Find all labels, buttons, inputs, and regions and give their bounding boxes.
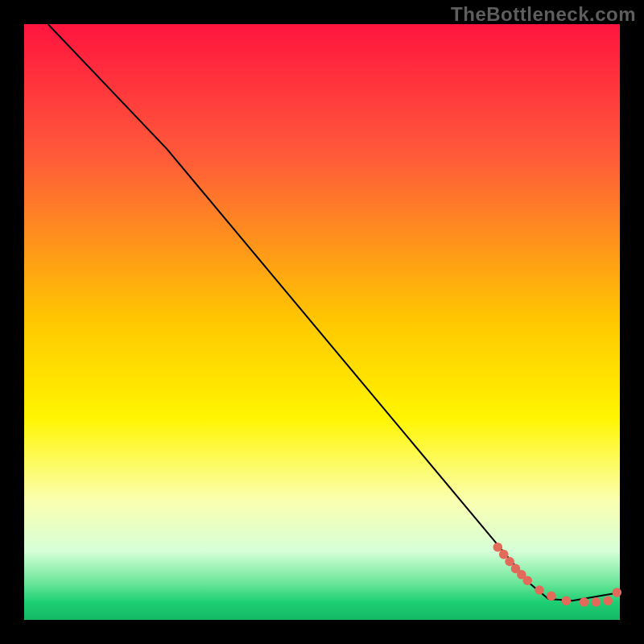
data-point (613, 588, 622, 597)
data-point (580, 597, 589, 607)
data-point (535, 585, 544, 595)
data-point (505, 557, 514, 567)
data-point (523, 576, 533, 585)
chart-stage: TheBottleneck.com (0, 0, 644, 644)
watermark-text: TheBottleneck.com (451, 3, 636, 26)
data-point (562, 597, 572, 606)
data-point (592, 597, 601, 607)
data-point (547, 592, 556, 601)
data-point (499, 550, 509, 559)
data-point (603, 597, 613, 606)
bottleneck-chart (0, 0, 644, 644)
data-point (493, 543, 503, 552)
plot-background (24, 24, 620, 620)
